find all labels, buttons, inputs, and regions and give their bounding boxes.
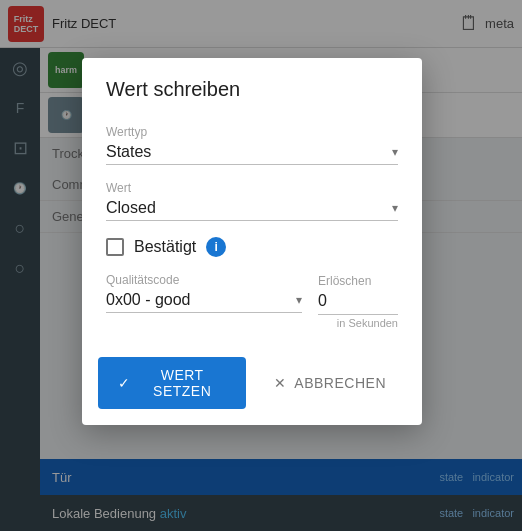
quality-label: Qualitätscode [106,273,302,287]
x-icon: ✕ [274,375,287,391]
werttyp-label: Werttyp [106,125,398,139]
werttyp-select[interactable]: States Boolean Number String [106,143,398,160]
erloschen-input[interactable] [318,292,398,310]
erloschen-label: Erlöschen [318,274,398,288]
werttyp-select-wrapper: States Boolean Number String ▾ [106,143,398,165]
seconds-label: in Sekunden [318,317,398,329]
bestatigt-checkbox[interactable] [106,238,124,256]
bestatigt-label: Bestätigt [134,238,196,256]
set-value-label: WERT SETZEN [139,367,226,399]
dialog-body: Werttyp States Boolean Number String ▾ W… [82,117,422,345]
set-value-button[interactable]: ✓ WERT SETZEN [98,357,246,409]
erloschen-input-wrapper [318,292,398,315]
dialog-actions: ✓ WERT SETZEN ✕ ABBRECHEN [82,345,422,425]
info-icon[interactable]: i [206,237,226,257]
dialog-title: Wert schreiben [82,58,422,117]
cancel-label: ABBRECHEN [294,375,386,391]
checkbox-row: Bestätigt i [106,237,398,257]
wert-select[interactable]: Closed Open Tilted [106,199,398,216]
wert-label: Wert [106,181,398,195]
erloschen-field: Erlöschen in Sekunden [318,274,398,329]
check-icon: ✓ [118,375,131,391]
quality-select[interactable]: 0x00 - good 0x40 - uncertain 0x80 - bad [106,291,302,308]
wert-select-wrapper: Closed Open Tilted ▾ [106,199,398,221]
write-value-dialog: Wert schreiben Werttyp States Boolean Nu… [82,58,422,425]
bottom-fields: Qualitätscode 0x00 - good 0x40 - uncerta… [106,273,398,329]
quality-select-wrapper: 0x00 - good 0x40 - uncertain 0x80 - bad … [106,291,302,313]
quality-field: Qualitätscode 0x00 - good 0x40 - uncerta… [106,273,302,329]
cancel-button[interactable]: ✕ ABBRECHEN [254,357,406,409]
